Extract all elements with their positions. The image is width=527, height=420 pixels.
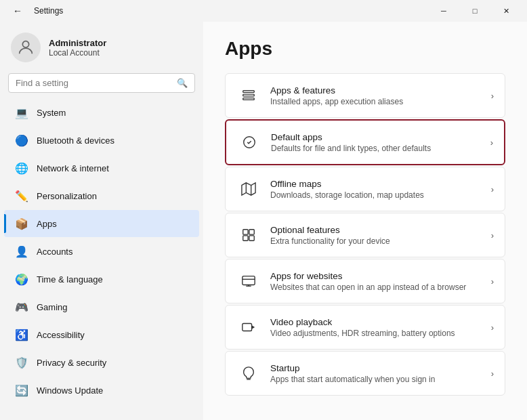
- settings-item-text: Apps & features Installed apps, app exec…: [270, 85, 403, 106]
- settings-item-icon-apps-websites: [236, 269, 261, 293]
- chevron-icon-video-playback: ›: [491, 322, 494, 333]
- nav-label-system: System: [37, 108, 66, 118]
- settings-item-title-startup: Startup: [270, 363, 435, 373]
- nav-label-accessibility: Accessibility: [37, 330, 85, 340]
- svg-rect-2: [243, 94, 255, 96]
- svg-rect-9: [249, 230, 254, 234]
- settings-item-title-video-playback: Video playback: [270, 317, 455, 327]
- chevron-icon-default-apps: ›: [490, 138, 493, 148]
- sidebar-item-network[interactable]: 🌐 Network & internet: [4, 154, 199, 182]
- user-section: Administrator Local Account: [0, 22, 203, 70]
- nav-label-accounts: Accounts: [37, 247, 72, 257]
- settings-item-icon-startup: [236, 361, 261, 385]
- settings-item-apps-websites[interactable]: Apps for websites Websites that can open…: [225, 259, 505, 303]
- settings-item-left: Apps & features Installed apps, app exec…: [236, 83, 403, 108]
- search-box[interactable]: 🔍: [8, 73, 195, 93]
- nav-icon-windowsupdate: 🔄: [15, 383, 28, 397]
- sidebar-item-windowsupdate[interactable]: 🔄 Windows Update: [4, 377, 199, 404]
- settings-item-video-playback[interactable]: Video playback Video adjustments, HDR st…: [225, 305, 505, 350]
- svg-rect-8: [243, 230, 248, 234]
- settings-item-left: Startup Apps that start automatically wh…: [236, 361, 435, 385]
- settings-item-icon-apps-features: [236, 83, 261, 108]
- chevron-icon-optional-features: ›: [491, 230, 494, 240]
- search-input[interactable]: [16, 78, 171, 88]
- settings-item-left: Optional features Extra functionality fo…: [236, 223, 390, 247]
- settings-item-startup[interactable]: Startup Apps that start automatically wh…: [225, 351, 505, 396]
- settings-item-text: Startup Apps that start automatically wh…: [270, 363, 435, 384]
- sidebar-item-gaming[interactable]: 🎮 Gaming: [4, 293, 199, 320]
- nav-icon-privacy: 🛡️: [15, 356, 28, 369]
- settings-item-icon-default-apps: [237, 130, 261, 154]
- close-button[interactable]: ✕: [490, 0, 522, 22]
- sidebar-item-privacy[interactable]: 🛡️ Privacy & security: [4, 349, 199, 376]
- settings-item-offline-maps[interactable]: Offline maps Downloads, storage location…: [225, 167, 505, 211]
- settings-item-text: Default apps Defaults for file and link …: [271, 132, 431, 153]
- search-icon: 🔍: [177, 78, 188, 88]
- chevron-icon-apps-websites: ›: [491, 276, 494, 287]
- svg-point-0: [22, 41, 28, 47]
- content-area: Apps Apps & features Installed apps, app…: [203, 22, 527, 420]
- sidebar-item-system[interactable]: 💻 System: [4, 99, 199, 126]
- nav-icon-time: 🌍: [15, 272, 28, 286]
- settings-item-title-apps-websites: Apps for websites: [270, 271, 466, 281]
- maximize-button[interactable]: □: [459, 0, 490, 22]
- chevron-icon-apps-features: ›: [491, 91, 494, 101]
- back-button[interactable]: ←: [8, 1, 27, 20]
- titlebar-controls: ─ □ ✕: [428, 0, 522, 22]
- settings-item-optional-features[interactable]: Optional features Extra functionality fo…: [225, 213, 505, 257]
- nav-icon-bluetooth: 🔵: [15, 133, 28, 147]
- settings-item-desc-apps-features: Installed apps, app execution aliases: [270, 97, 403, 106]
- settings-item-text: Video playback Video adjustments, HDR st…: [270, 317, 455, 338]
- settings-item-desc-default-apps: Defaults for file and link types, other …: [271, 144, 431, 153]
- nav-label-windowsupdate: Windows Update: [37, 385, 103, 396]
- minimize-button[interactable]: ─: [428, 0, 459, 22]
- nav-label-bluetooth: Bluetooth & devices: [37, 135, 114, 146]
- page-title: Apps: [225, 38, 505, 60]
- sidebar-item-apps[interactable]: 📦 Apps: [4, 210, 199, 237]
- sidebar-item-bluetooth[interactable]: 🔵 Bluetooth & devices: [4, 127, 199, 154]
- user-name: Administrator: [49, 38, 106, 48]
- nav-icon-network: 🌐: [15, 161, 28, 175]
- settings-item-title-optional-features: Optional features: [270, 225, 390, 235]
- nav-label-personalization: Personalization: [37, 191, 97, 201]
- user-role: Local Account: [49, 48, 106, 58]
- sidebar-item-time[interactable]: 🌍 Time & language: [4, 266, 199, 293]
- svg-marker-5: [242, 183, 255, 195]
- nav-label-network: Network & internet: [37, 163, 109, 173]
- svg-rect-12: [243, 276, 255, 285]
- settings-item-title-default-apps: Default apps: [271, 132, 431, 142]
- settings-item-title-apps-features: Apps & features: [270, 85, 403, 96]
- settings-item-apps-features[interactable]: Apps & features Installed apps, app exec…: [225, 73, 505, 118]
- titlebar: ← Settings ─ □ ✕: [0, 0, 527, 22]
- chevron-icon-startup: ›: [491, 369, 494, 379]
- svg-rect-10: [243, 236, 248, 240]
- settings-item-default-apps[interactable]: Default apps Defaults for file and link …: [225, 119, 505, 165]
- titlebar-title: Settings: [34, 6, 63, 16]
- settings-item-desc-optional-features: Extra functionality for your device: [270, 236, 390, 246]
- chevron-icon-offline-maps: ›: [491, 184, 494, 194]
- nav-label-time: Time & language: [37, 274, 103, 285]
- settings-item-left: Video playback Video adjustments, HDR st…: [236, 315, 455, 339]
- nav-label-apps: Apps: [37, 219, 57, 229]
- nav-icon-personalization: ✏️: [15, 189, 28, 203]
- nav-icon-apps: 📦: [15, 217, 28, 230]
- nav-label-privacy: Privacy & security: [37, 358, 106, 368]
- svg-rect-11: [249, 236, 254, 240]
- svg-marker-17: [252, 325, 255, 329]
- settings-item-icon-offline-maps: [236, 177, 261, 201]
- titlebar-left: ← Settings: [8, 1, 63, 20]
- settings-item-left: Default apps Defaults for file and link …: [237, 130, 431, 154]
- svg-rect-16: [243, 324, 252, 331]
- nav-icon-accessibility: ♿: [15, 328, 28, 341]
- settings-item-desc-offline-maps: Downloads, storage location, map updates: [270, 190, 424, 200]
- settings-item-text: Apps for websites Websites that can open…: [270, 271, 466, 292]
- settings-item-desc-startup: Apps that start automatically when you s…: [270, 375, 435, 384]
- svg-rect-3: [243, 98, 255, 100]
- settings-item-desc-apps-websites: Websites that can open in an app instead…: [270, 282, 466, 292]
- settings-item-text: Offline maps Downloads, storage location…: [270, 179, 424, 200]
- sidebar: Administrator Local Account 🔍 💻 System 🔵…: [0, 22, 203, 420]
- sidebar-item-personalization[interactable]: ✏️ Personalization: [4, 182, 199, 209]
- sidebar-item-accessibility[interactable]: ♿ Accessibility: [4, 321, 199, 348]
- sidebar-item-accounts[interactable]: 👤 Accounts: [4, 238, 199, 265]
- settings-item-left: Apps for websites Websites that can open…: [236, 269, 466, 293]
